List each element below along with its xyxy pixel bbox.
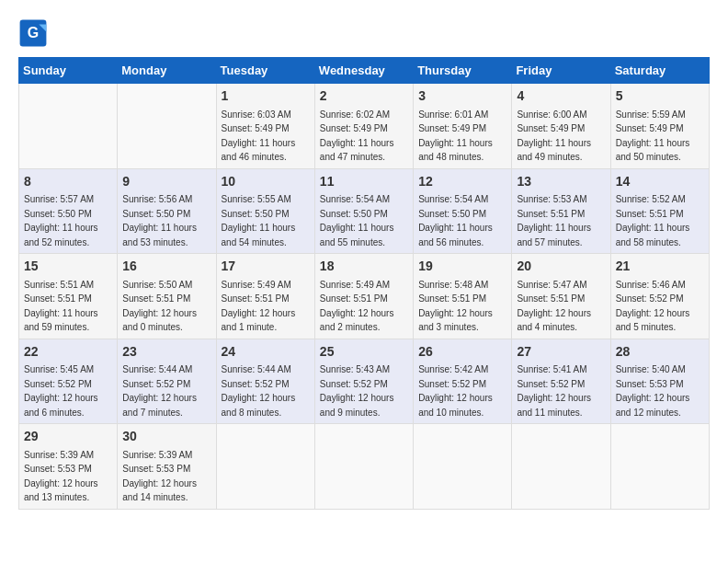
calendar-cell: [512, 424, 610, 510]
day-info: Sunrise: 5:43 AMSunset: 5:52 PMDaylight:…: [320, 364, 394, 418]
day-number: 23: [122, 343, 210, 362]
day-info: Sunrise: 5:44 AMSunset: 5:52 PMDaylight:…: [122, 364, 197, 418]
day-info: Sunrise: 5:55 AMSunset: 5:50 PMDaylight:…: [222, 194, 296, 247]
weekday-header-tuesday: Tuesday: [216, 58, 314, 84]
day-info: Sunrise: 5:41 AMSunset: 5:52 PMDaylight:…: [517, 364, 591, 418]
calendar-cell: [314, 424, 413, 510]
day-number: 2: [320, 87, 408, 106]
day-number: 12: [418, 173, 506, 191]
day-info: Sunrise: 6:03 AMSunset: 5:49 PMDaylight:…: [222, 109, 296, 163]
day-number: 28: [616, 343, 704, 362]
calendar-cell: 16 Sunrise: 5:50 AMSunset: 5:51 PMDaylig…: [118, 254, 216, 339]
day-number: 5: [616, 87, 704, 106]
day-number: 13: [517, 173, 605, 191]
day-info: Sunrise: 5:42 AMSunset: 5:52 PMDaylight:…: [418, 364, 493, 418]
calendar-week-row: 22 Sunrise: 5:45 AMSunset: 5:52 PMDaylig…: [19, 339, 710, 424]
day-number: 30: [122, 428, 210, 446]
day-number: 25: [320, 343, 408, 362]
day-info: Sunrise: 6:00 AMSunset: 5:49 PMDaylight:…: [517, 109, 591, 163]
calendar-cell: 22 Sunrise: 5:45 AMSunset: 5:52 PMDaylig…: [19, 339, 118, 424]
logo: G: [18, 18, 51, 48]
day-info: Sunrise: 5:39 AMSunset: 5:53 PMDaylight:…: [24, 450, 98, 503]
day-number: 10: [222, 173, 310, 191]
day-info: Sunrise: 5:49 AMSunset: 5:51 PMDaylight:…: [320, 280, 394, 333]
calendar-cell: [414, 424, 512, 510]
day-info: Sunrise: 5:56 AMSunset: 5:50 PMDaylight:…: [122, 194, 197, 247]
calendar-cell: 2 Sunrise: 6:02 AMSunset: 5:49 PMDayligh…: [314, 84, 413, 169]
calendar-cell: 28 Sunrise: 5:40 AMSunset: 5:53 PMDaylig…: [610, 339, 709, 424]
calendar-week-row: 15 Sunrise: 5:51 AMSunset: 5:51 PMDaylig…: [19, 254, 710, 339]
weekday-header-friday: Friday: [512, 58, 610, 84]
day-info: Sunrise: 5:46 AMSunset: 5:52 PMDaylight:…: [616, 280, 690, 333]
page-header: G: [18, 18, 710, 48]
day-info: Sunrise: 5:44 AMSunset: 5:52 PMDaylight:…: [222, 364, 296, 418]
day-number: 29: [24, 428, 112, 446]
calendar-table: SundayMondayTuesdayWednesdayThursdayFrid…: [18, 57, 710, 510]
calendar-cell: [610, 424, 709, 510]
day-info: Sunrise: 5:47 AMSunset: 5:51 PMDaylight:…: [517, 280, 591, 333]
calendar-cell: [118, 84, 216, 169]
day-number: 15: [24, 258, 112, 276]
day-info: Sunrise: 5:45 AMSunset: 5:52 PMDaylight:…: [24, 364, 98, 418]
logo-icon: G: [18, 18, 48, 48]
weekday-header-monday: Monday: [118, 58, 216, 84]
calendar-cell: [19, 84, 118, 169]
calendar-cell: 11 Sunrise: 5:54 AMSunset: 5:50 PMDaylig…: [314, 168, 413, 254]
day-number: 1: [222, 87, 310, 106]
calendar-cell: 26 Sunrise: 5:42 AMSunset: 5:52 PMDaylig…: [414, 339, 512, 424]
day-number: 16: [122, 258, 210, 276]
day-number: 18: [320, 258, 408, 276]
weekday-header-saturday: Saturday: [610, 58, 709, 84]
calendar-cell: 12 Sunrise: 5:54 AMSunset: 5:50 PMDaylig…: [414, 168, 512, 254]
svg-text:G: G: [28, 25, 39, 40]
calendar-cell: [216, 424, 314, 510]
calendar-week-row: 1 Sunrise: 6:03 AMSunset: 5:49 PMDayligh…: [19, 84, 710, 169]
calendar-cell: 18 Sunrise: 5:49 AMSunset: 5:51 PMDaylig…: [314, 254, 413, 339]
weekday-header-wednesday: Wednesday: [314, 58, 413, 84]
day-info: Sunrise: 6:01 AMSunset: 5:49 PMDaylight:…: [418, 109, 493, 163]
day-number: 4: [517, 87, 605, 106]
weekday-header-thursday: Thursday: [414, 58, 512, 84]
calendar-cell: 24 Sunrise: 5:44 AMSunset: 5:52 PMDaylig…: [216, 339, 314, 424]
calendar-cell: 23 Sunrise: 5:44 AMSunset: 5:52 PMDaylig…: [118, 339, 216, 424]
day-number: 11: [320, 173, 408, 191]
calendar-cell: 29 Sunrise: 5:39 AMSunset: 5:53 PMDaylig…: [19, 424, 118, 510]
day-info: Sunrise: 5:40 AMSunset: 5:53 PMDaylight:…: [616, 364, 690, 418]
day-number: 21: [616, 258, 704, 276]
calendar-cell: 13 Sunrise: 5:53 AMSunset: 5:51 PMDaylig…: [512, 168, 610, 254]
day-info: Sunrise: 5:48 AMSunset: 5:51 PMDaylight:…: [418, 280, 493, 333]
day-number: 9: [122, 173, 210, 191]
calendar-cell: 15 Sunrise: 5:51 AMSunset: 5:51 PMDaylig…: [19, 254, 118, 339]
calendar-week-row: 8 Sunrise: 5:57 AMSunset: 5:50 PMDayligh…: [19, 168, 710, 254]
calendar-cell: 8 Sunrise: 5:57 AMSunset: 5:50 PMDayligh…: [19, 168, 118, 254]
calendar-cell: 20 Sunrise: 5:47 AMSunset: 5:51 PMDaylig…: [512, 254, 610, 339]
day-number: 17: [222, 258, 310, 276]
day-info: Sunrise: 5:39 AMSunset: 5:53 PMDaylight:…: [122, 450, 197, 503]
calendar-cell: 25 Sunrise: 5:43 AMSunset: 5:52 PMDaylig…: [314, 339, 413, 424]
calendar-cell: 1 Sunrise: 6:03 AMSunset: 5:49 PMDayligh…: [216, 84, 314, 169]
day-info: Sunrise: 5:53 AMSunset: 5:51 PMDaylight:…: [517, 194, 591, 247]
calendar-cell: 14 Sunrise: 5:52 AMSunset: 5:51 PMDaylig…: [610, 168, 709, 254]
day-info: Sunrise: 5:59 AMSunset: 5:49 PMDaylight:…: [616, 109, 690, 163]
calendar-cell: 19 Sunrise: 5:48 AMSunset: 5:51 PMDaylig…: [414, 254, 512, 339]
calendar-cell: 27 Sunrise: 5:41 AMSunset: 5:52 PMDaylig…: [512, 339, 610, 424]
day-number: 27: [517, 343, 605, 362]
calendar-cell: 17 Sunrise: 5:49 AMSunset: 5:51 PMDaylig…: [216, 254, 314, 339]
day-number: 14: [616, 173, 704, 191]
day-number: 20: [517, 258, 605, 276]
calendar-cell: 9 Sunrise: 5:56 AMSunset: 5:50 PMDayligh…: [118, 168, 216, 254]
day-info: Sunrise: 5:52 AMSunset: 5:51 PMDaylight:…: [616, 194, 690, 247]
day-info: Sunrise: 5:50 AMSunset: 5:51 PMDaylight:…: [122, 280, 197, 333]
calendar-cell: 10 Sunrise: 5:55 AMSunset: 5:50 PMDaylig…: [216, 168, 314, 254]
day-info: Sunrise: 5:57 AMSunset: 5:50 PMDaylight:…: [24, 194, 98, 247]
calendar-cell: 4 Sunrise: 6:00 AMSunset: 5:49 PMDayligh…: [512, 84, 610, 169]
day-info: Sunrise: 5:54 AMSunset: 5:50 PMDaylight:…: [320, 194, 394, 247]
calendar-cell: 5 Sunrise: 5:59 AMSunset: 5:49 PMDayligh…: [610, 84, 709, 169]
weekday-header-sunday: Sunday: [19, 58, 118, 84]
day-number: 3: [418, 87, 506, 106]
day-number: 22: [24, 343, 112, 362]
day-info: Sunrise: 5:54 AMSunset: 5:50 PMDaylight:…: [418, 194, 493, 247]
day-info: Sunrise: 5:49 AMSunset: 5:51 PMDaylight:…: [222, 280, 296, 333]
calendar-week-row: 29 Sunrise: 5:39 AMSunset: 5:53 PMDaylig…: [19, 424, 710, 510]
day-number: 24: [222, 343, 310, 362]
